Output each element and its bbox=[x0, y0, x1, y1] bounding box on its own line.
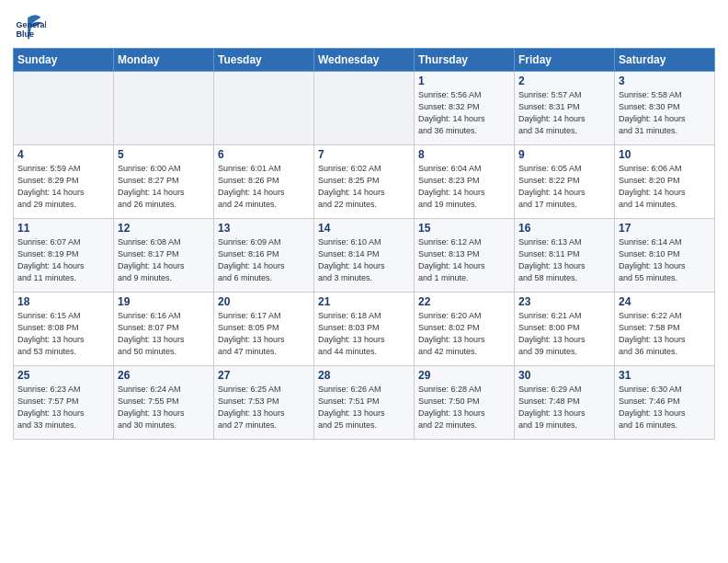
day-cell: 26Sunrise: 6:24 AM Sunset: 7:55 PM Dayli… bbox=[114, 366, 214, 440]
week-row-1: 1Sunrise: 5:56 AM Sunset: 8:32 PM Daylig… bbox=[14, 72, 715, 145]
day-cell: 6Sunrise: 6:01 AM Sunset: 8:26 PM Daylig… bbox=[214, 145, 314, 219]
day-info: Sunrise: 6:28 AM Sunset: 7:50 PM Dayligh… bbox=[418, 384, 510, 431]
day-info: Sunrise: 6:17 AM Sunset: 8:05 PM Dayligh… bbox=[218, 310, 310, 358]
day-info: Sunrise: 6:22 AM Sunset: 7:58 PM Dayligh… bbox=[619, 310, 711, 358]
day-cell: 19Sunrise: 6:16 AM Sunset: 8:07 PM Dayli… bbox=[114, 293, 214, 366]
day-number: 1 bbox=[418, 75, 510, 87]
day-cell bbox=[14, 72, 114, 145]
day-info: Sunrise: 6:01 AM Sunset: 8:26 PM Dayligh… bbox=[218, 163, 310, 211]
day-info: Sunrise: 6:00 AM Sunset: 8:27 PM Dayligh… bbox=[118, 163, 210, 211]
day-number: 4 bbox=[17, 148, 109, 161]
calendar-body: 1Sunrise: 5:56 AM Sunset: 8:32 PM Daylig… bbox=[14, 72, 715, 440]
calendar-table: SundayMondayTuesdayWednesdayThursdayFrid… bbox=[13, 48, 715, 440]
day-cell: 21Sunrise: 6:18 AM Sunset: 8:03 PM Dayli… bbox=[314, 293, 415, 366]
day-cell: 10Sunrise: 6:06 AM Sunset: 8:20 PM Dayli… bbox=[615, 145, 715, 219]
day-info: Sunrise: 6:26 AM Sunset: 7:51 PM Dayligh… bbox=[318, 384, 410, 431]
week-row-3: 11Sunrise: 6:07 AM Sunset: 8:19 PM Dayli… bbox=[14, 219, 715, 293]
day-cell: 3Sunrise: 5:58 AM Sunset: 8:30 PM Daylig… bbox=[615, 72, 715, 145]
weekday-header-wednesday: Wednesday bbox=[314, 49, 415, 72]
day-cell: 5Sunrise: 6:00 AM Sunset: 8:27 PM Daylig… bbox=[114, 145, 214, 219]
day-info: Sunrise: 6:05 AM Sunset: 8:22 PM Dayligh… bbox=[518, 163, 610, 211]
day-cell: 1Sunrise: 5:56 AM Sunset: 8:32 PM Daylig… bbox=[415, 72, 515, 145]
week-row-2: 4Sunrise: 5:59 AM Sunset: 8:29 PM Daylig… bbox=[14, 145, 715, 219]
day-number: 7 bbox=[318, 148, 410, 161]
day-cell bbox=[314, 72, 415, 145]
day-cell: 13Sunrise: 6:09 AM Sunset: 8:16 PM Dayli… bbox=[214, 219, 314, 293]
day-info: Sunrise: 6:04 AM Sunset: 8:23 PM Dayligh… bbox=[418, 163, 510, 211]
day-cell: 28Sunrise: 6:26 AM Sunset: 7:51 PM Dayli… bbox=[314, 366, 415, 440]
day-info: Sunrise: 5:59 AM Sunset: 8:29 PM Dayligh… bbox=[17, 163, 109, 211]
logo: General Blue bbox=[13, 9, 46, 42]
week-row-5: 25Sunrise: 6:23 AM Sunset: 7:57 PM Dayli… bbox=[14, 366, 715, 440]
day-info: Sunrise: 6:20 AM Sunset: 8:02 PM Dayligh… bbox=[418, 310, 510, 358]
day-cell: 18Sunrise: 6:15 AM Sunset: 8:08 PM Dayli… bbox=[14, 293, 114, 366]
day-info: Sunrise: 6:29 AM Sunset: 7:48 PM Dayligh… bbox=[518, 384, 610, 431]
day-cell: 4Sunrise: 5:59 AM Sunset: 8:29 PM Daylig… bbox=[14, 145, 114, 219]
day-cell: 16Sunrise: 6:13 AM Sunset: 8:11 PM Dayli… bbox=[515, 219, 615, 293]
day-number: 21 bbox=[318, 295, 410, 308]
svg-text:Blue: Blue bbox=[17, 29, 35, 39]
day-info: Sunrise: 6:23 AM Sunset: 7:57 PM Dayligh… bbox=[17, 384, 109, 431]
day-info: Sunrise: 6:16 AM Sunset: 8:07 PM Dayligh… bbox=[118, 310, 210, 358]
weekday-header-friday: Friday bbox=[515, 49, 615, 72]
day-cell: 9Sunrise: 6:05 AM Sunset: 8:22 PM Daylig… bbox=[515, 145, 615, 219]
day-number: 11 bbox=[17, 222, 109, 235]
svg-text:General: General bbox=[17, 20, 46, 29]
day-number: 31 bbox=[619, 369, 711, 382]
day-number: 18 bbox=[17, 295, 109, 308]
weekday-header-thursday: Thursday bbox=[415, 49, 515, 72]
day-number: 6 bbox=[218, 148, 310, 161]
day-cell: 22Sunrise: 6:20 AM Sunset: 8:02 PM Dayli… bbox=[415, 293, 515, 366]
day-cell: 17Sunrise: 6:14 AM Sunset: 8:10 PM Dayli… bbox=[615, 219, 715, 293]
day-info: Sunrise: 6:25 AM Sunset: 7:53 PM Dayligh… bbox=[218, 384, 310, 431]
day-cell: 30Sunrise: 6:29 AM Sunset: 7:48 PM Dayli… bbox=[515, 366, 615, 440]
day-number: 25 bbox=[17, 369, 109, 382]
day-number: 24 bbox=[619, 295, 711, 308]
day-number: 9 bbox=[518, 148, 610, 161]
weekday-header-sunday: Sunday bbox=[14, 49, 114, 72]
page-header: General Blue bbox=[13, 9, 715, 42]
day-info: Sunrise: 5:58 AM Sunset: 8:30 PM Dayligh… bbox=[619, 89, 711, 137]
day-cell: 25Sunrise: 6:23 AM Sunset: 7:57 PM Dayli… bbox=[14, 366, 114, 440]
day-number: 19 bbox=[118, 295, 210, 308]
day-info: Sunrise: 6:10 AM Sunset: 8:14 PM Dayligh… bbox=[318, 236, 410, 284]
day-number: 13 bbox=[218, 222, 310, 235]
day-cell: 27Sunrise: 6:25 AM Sunset: 7:53 PM Dayli… bbox=[214, 366, 314, 440]
day-number: 5 bbox=[118, 148, 210, 161]
day-cell: 31Sunrise: 6:30 AM Sunset: 7:46 PM Dayli… bbox=[615, 366, 715, 440]
day-number: 28 bbox=[318, 369, 410, 382]
week-row-4: 18Sunrise: 6:15 AM Sunset: 8:08 PM Dayli… bbox=[14, 293, 715, 366]
day-cell: 12Sunrise: 6:08 AM Sunset: 8:17 PM Dayli… bbox=[114, 219, 214, 293]
weekday-header-tuesday: Tuesday bbox=[214, 49, 314, 72]
day-cell: 15Sunrise: 6:12 AM Sunset: 8:13 PM Dayli… bbox=[415, 219, 515, 293]
day-number: 3 bbox=[619, 75, 711, 87]
page-container: General Blue SundayMondayTuesdayWednesda… bbox=[0, 0, 728, 445]
day-info: Sunrise: 5:57 AM Sunset: 8:31 PM Dayligh… bbox=[518, 89, 610, 137]
day-info: Sunrise: 6:13 AM Sunset: 8:11 PM Dayligh… bbox=[518, 236, 610, 284]
day-info: Sunrise: 6:07 AM Sunset: 8:19 PM Dayligh… bbox=[17, 236, 109, 284]
day-cell: 11Sunrise: 6:07 AM Sunset: 8:19 PM Dayli… bbox=[14, 219, 114, 293]
day-info: Sunrise: 6:18 AM Sunset: 8:03 PM Dayligh… bbox=[318, 310, 410, 358]
day-number: 16 bbox=[518, 222, 610, 235]
day-number: 29 bbox=[418, 369, 510, 382]
day-info: Sunrise: 6:24 AM Sunset: 7:55 PM Dayligh… bbox=[118, 384, 210, 431]
day-number: 20 bbox=[218, 295, 310, 308]
day-cell: 20Sunrise: 6:17 AM Sunset: 8:05 PM Dayli… bbox=[214, 293, 314, 366]
day-info: Sunrise: 6:02 AM Sunset: 8:25 PM Dayligh… bbox=[318, 163, 410, 211]
day-cell: 7Sunrise: 6:02 AM Sunset: 8:25 PM Daylig… bbox=[314, 145, 415, 219]
day-number: 26 bbox=[118, 369, 210, 382]
day-cell bbox=[214, 72, 314, 145]
day-info: Sunrise: 6:12 AM Sunset: 8:13 PM Dayligh… bbox=[418, 236, 510, 284]
day-info: Sunrise: 6:08 AM Sunset: 8:17 PM Dayligh… bbox=[118, 236, 210, 284]
logo-icon: General Blue bbox=[13, 9, 46, 42]
day-cell: 14Sunrise: 6:10 AM Sunset: 8:14 PM Dayli… bbox=[314, 219, 415, 293]
day-number: 27 bbox=[218, 369, 310, 382]
day-number: 17 bbox=[619, 222, 711, 235]
day-number: 30 bbox=[518, 369, 610, 382]
calendar-header: SundayMondayTuesdayWednesdayThursdayFrid… bbox=[14, 49, 715, 72]
day-number: 14 bbox=[318, 222, 410, 235]
day-cell: 8Sunrise: 6:04 AM Sunset: 8:23 PM Daylig… bbox=[415, 145, 515, 219]
day-info: Sunrise: 6:14 AM Sunset: 8:10 PM Dayligh… bbox=[619, 236, 711, 284]
weekday-header-monday: Monday bbox=[114, 49, 214, 72]
day-info: Sunrise: 6:06 AM Sunset: 8:20 PM Dayligh… bbox=[619, 163, 711, 211]
